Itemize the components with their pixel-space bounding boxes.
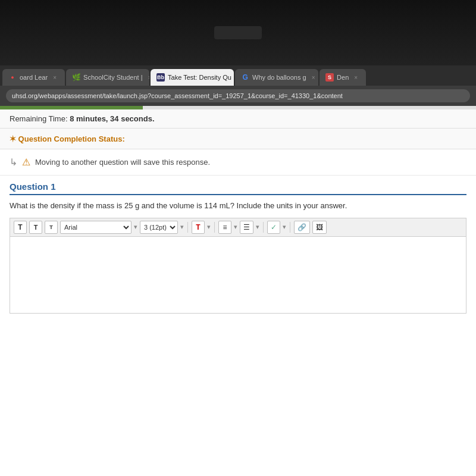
toolbar-btn-T-large[interactable]: T [14, 221, 27, 234]
tab-label-schoolcity: SchoolCity Student | [83, 74, 142, 81]
tab-favicon-schoolcity: 🌿 [72, 73, 80, 82]
tab-why-balloons[interactable]: G Why do balloons g × [235, 69, 318, 86]
remaining-time-label: Remaining Time: [10, 114, 68, 123]
tab-favicon-google: G [241, 73, 249, 82]
tab-close-schoolcity[interactable]: × [146, 73, 150, 82]
tab-take-test[interactable]: Bb Take Test: Density Qu × [151, 69, 234, 86]
font-family-select[interactable]: Arial Times New Roman Courier New [60, 221, 131, 234]
toolbar-divider-4 [290, 222, 290, 233]
dropdown-chevron-list1: ▾ [234, 223, 237, 231]
question-completion-section: ✶ Question Completion Status: [0, 129, 476, 149]
laptop-camera [214, 26, 262, 39]
font-size-select[interactable]: 3 (12pt) 1 (8pt) 2 (10pt) 4 (14pt) [140, 221, 178, 234]
save-notice-area: ↳ ⚠ Moving to another question will save… [0, 149, 476, 176]
address-bar [0, 86, 476, 106]
toolbar-btn-T-small[interactable]: T [45, 221, 58, 234]
tab-close-board[interactable]: × [51, 73, 59, 82]
laptop-bezel [0, 0, 476, 65]
tab-bar: ● oard Lear × 🌿 SchoolCity Student | × B… [0, 65, 476, 86]
toolbar-divider-3 [263, 222, 264, 233]
tab-close-why-balloons[interactable]: × [309, 73, 318, 82]
tab-favicon-board: ● [8, 73, 17, 82]
toolbar-divider-1 [187, 222, 188, 233]
question-text: What is the density if the mass is 25 g … [10, 200, 466, 212]
tab-label-take-test: Take Test: Density Qu [168, 74, 231, 81]
tab-label-why-balloons: Why do balloons g [252, 74, 306, 81]
completion-status-label: ✶ Question Completion Status: [10, 134, 125, 143]
editor-toolbar: T T T Arial Times New Roman Courier New … [10, 218, 466, 236]
dropdown-chevron-font: ▾ [134, 223, 137, 231]
address-input[interactable] [6, 89, 470, 102]
toolbar-btn-list-bullet[interactable]: ≡ [218, 221, 231, 234]
tab-schoolcity[interactable]: 🌿 SchoolCity Student | × [66, 69, 149, 86]
arrow-icon: ↳ [10, 156, 17, 168]
dropdown-chevron-size: ▾ [180, 223, 184, 231]
toolbar-divider-2 [214, 222, 215, 233]
tab-board-learn[interactable]: ● oard Lear × [2, 69, 65, 86]
tab-label-den: Den [337, 74, 349, 81]
tab-close-den[interactable]: × [352, 73, 360, 82]
tab-den[interactable]: S Den × [320, 69, 366, 86]
dropdown-chevron-check: ▾ [283, 223, 286, 231]
editor-area[interactable] [10, 236, 466, 314]
toolbar-btn-check[interactable]: ✓ [267, 221, 280, 234]
question-title: Question 1 [10, 181, 466, 195]
browser-window: ● oard Lear × 🌿 SchoolCity Student | × B… [0, 65, 476, 476]
toolbar-btn-list-number[interactable]: ☰ [240, 221, 253, 234]
toolbar-btn-image[interactable]: 🖼 [312, 221, 327, 234]
toolbar-btn-T-medium[interactable]: T [29, 221, 42, 234]
dropdown-chevron-list2: ▾ [256, 223, 259, 231]
remaining-time-bar: Remaining Time: 8 minutes, 34 seconds. [0, 109, 476, 129]
warning-icon: ⚠ [22, 156, 30, 168]
question-section: Question 1 What is the density if the ma… [0, 176, 476, 317]
remaining-time-value: 8 minutes, 34 seconds. [70, 114, 154, 123]
dropdown-chevron-color: ▾ [207, 223, 211, 231]
toolbar-btn-text-color[interactable]: T [192, 221, 205, 234]
tab-favicon-take-test: Bb [156, 73, 165, 82]
tab-favicon-den: S [325, 73, 334, 82]
save-notice-text: Moving to another question will save thi… [35, 158, 210, 167]
toolbar-btn-link[interactable]: 🔗 [294, 221, 310, 234]
page-content: Remaining Time: 8 minutes, 34 seconds. ✶… [0, 106, 476, 476]
tab-label-board: oard Lear [20, 74, 48, 81]
